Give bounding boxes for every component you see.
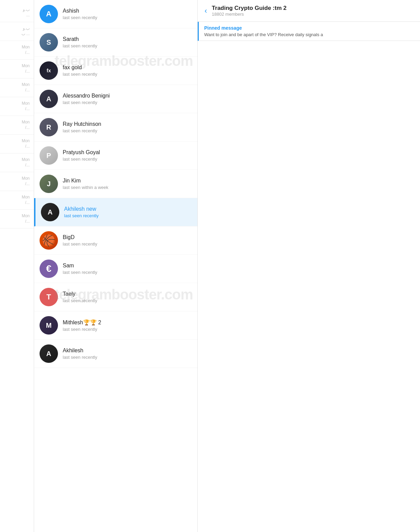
contact-taely[interactable]: T Taely last seen recently	[34, 283, 197, 311]
contact-bigd[interactable]: 🏀 BigD last seen recently	[34, 226, 197, 255]
avatar-sam: €	[40, 260, 58, 278]
contact-name-bigd: BigD	[63, 234, 192, 240]
sidebar-item-3[interactable]: Mon /...	[0, 60, 34, 78]
avatar-faxgold: fx	[40, 61, 58, 80]
avatar-akhilesh: A	[40, 344, 58, 363]
sidebar-item-5[interactable]: Mon /...	[0, 97, 34, 116]
contact-status-jinkim: last seen within a week	[63, 185, 192, 190]
contacts-panel: telegrambooster.com telegrambooster.com …	[34, 0, 198, 532]
contact-status-taely: last seen recently	[63, 298, 192, 303]
avatar-alessandro: A	[40, 90, 58, 108]
contact-name-alessandro: Alessandro Benigni	[63, 93, 192, 99]
chat-title: Trading Crypto Guide :tm 2	[212, 5, 413, 12]
avatar-bigd: 🏀	[40, 231, 58, 250]
contact-name-taely: Taely	[63, 291, 192, 297]
back-button[interactable]: ‹	[205, 6, 207, 15]
sidebar-item-1[interactable]: ب.ﻭ ب ...	[0, 22, 34, 41]
chat-header: ‹ Trading Crypto Guide :tm 2 18802 membe…	[198, 0, 420, 22]
contact-mithlesh[interactable]: M Mithlesh🏆🏆 2 last seen recently	[34, 311, 197, 340]
contact-ray[interactable]: R Ray Hutchinson last seen recently	[34, 113, 197, 142]
avatar-sarath: S	[40, 33, 58, 51]
contact-status-akhilesh: last seen recently	[63, 355, 192, 360]
chat-panel: ‹ Trading Crypto Guide :tm 2 18802 membe…	[198, 0, 420, 532]
contact-alessandro[interactable]: A Alessandro Benigni last seen recently	[34, 85, 197, 113]
contact-akhilesh[interactable]: A Akhilesh last seen recently	[34, 340, 197, 368]
sidebar-item-8[interactable]: Mon /...	[0, 153, 34, 172]
contact-sam[interactable]: € Sam last seen recently	[34, 255, 197, 283]
contact-sarath[interactable]: S Sarath last seen recently	[34, 28, 197, 57]
sidebar-item-9[interactable]: Mon /...	[0, 172, 34, 191]
contact-status-bigd: last seen recently	[63, 241, 192, 247]
sidebar-item-0[interactable]: ب.ﻭ ...	[0, 3, 34, 22]
pinned-text: Want to join and be apart of the VIP? Re…	[204, 32, 415, 37]
contact-status-mithlesh: last seen recently	[63, 327, 192, 332]
contact-status-akhilesh-new: last seen recently	[64, 213, 192, 218]
contact-akhilesh-new[interactable]: A Akhilesh new last seen recently	[34, 198, 197, 226]
contact-name-jinkim: Jin Kim	[63, 178, 192, 184]
contact-name-sarath: Sarath	[63, 36, 192, 42]
contact-name-pratyush: Pratyush Goyal	[63, 149, 192, 156]
contact-name-akhilesh-new: Akhilesh new	[64, 206, 192, 212]
sidebar-item-7[interactable]: Mon /...	[0, 135, 34, 153]
sidebar: ب.ﻭ ... ب.ﻭ ب ... Mon /... Mon /... Mon …	[0, 0, 34, 532]
chat-members: 18802 members	[212, 12, 413, 17]
avatar-akhilesh-new: A	[41, 203, 59, 221]
sidebar-item-2[interactable]: Mon /...	[0, 41, 34, 60]
avatar-taely: T	[40, 288, 58, 306]
contact-status-ray: last seen recently	[63, 128, 192, 133]
contact-status-ashish: last seen recently	[63, 15, 192, 20]
avatar-pratyush: P	[40, 146, 58, 165]
sidebar-item-4[interactable]: Mon /...	[0, 78, 34, 97]
sidebar-item-6[interactable]: Mon /...	[0, 116, 34, 135]
contact-status-alessandro: last seen recently	[63, 100, 192, 105]
avatar-jinkim: J	[40, 175, 58, 193]
avatar-ashish: A	[40, 5, 58, 23]
pinned-label: Pinned message	[204, 25, 415, 31]
avatar-ray: R	[40, 118, 58, 136]
contact-status-pratyush: last seen recently	[63, 157, 192, 162]
contact-name-akhilesh: Akhilesh	[63, 348, 192, 354]
contact-name-ashish: Ashish	[63, 8, 192, 14]
contact-pratyush[interactable]: P Pratyush Goyal last seen recently	[34, 142, 197, 170]
avatar-mithlesh: M	[40, 316, 58, 335]
contact-name-ray: Ray Hutchinson	[63, 121, 192, 127]
contact-status-sam: last seen recently	[63, 270, 192, 275]
pinned-message[interactable]: Pinned message Want to join and be apart…	[198, 22, 420, 41]
sidebar-item-10[interactable]: Mon /...	[0, 191, 34, 210]
contact-name-faxgold: fax gold	[63, 64, 192, 71]
contact-faxgold[interactable]: fx fax gold last seen recently	[34, 57, 197, 85]
contact-name-mithlesh: Mithlesh🏆🏆 2	[63, 319, 192, 326]
contact-name-sam: Sam	[63, 263, 192, 269]
contact-status-sarath: last seen recently	[63, 43, 192, 48]
sidebar-item-11[interactable]: Mon /...	[0, 210, 34, 228]
contact-status-faxgold: last seen recently	[63, 72, 192, 77]
contact-jinkim[interactable]: J Jin Kim last seen within a week	[34, 170, 197, 198]
contact-ashish[interactable]: A Ashish last seen recently	[34, 0, 197, 28]
